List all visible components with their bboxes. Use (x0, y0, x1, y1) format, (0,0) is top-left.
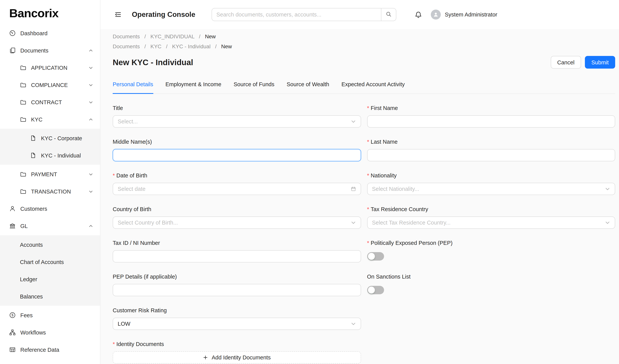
sidebar-item-gl[interactable]: GL (0, 218, 100, 234)
middle-name-input[interactable] (113, 149, 361, 161)
sidebar-item-balances[interactable]: Balances (0, 289, 100, 304)
global-search (211, 8, 396, 21)
sidebar-item-compliance[interactable]: COMPLIANCE (0, 77, 100, 93)
sidebar-item-label: Reference Data (20, 347, 59, 353)
pep-details-input[interactable] (113, 284, 361, 296)
sidebar-item-contract[interactable]: CONTRACT (0, 94, 100, 110)
gl-submenu: Accounts Chart of Accounts Ledger Balanc… (0, 235, 100, 306)
chevron-down-icon (88, 189, 93, 194)
search-button[interactable] (381, 8, 396, 21)
breadcrumb-link[interactable]: Documents (113, 43, 140, 49)
chevron-down-icon (88, 100, 93, 104)
select-placeholder: Select Country of Birth... (118, 220, 178, 226)
folder-icon (20, 171, 27, 177)
tab-source-of-wealth[interactable]: Source of Wealth (287, 80, 329, 94)
field-label: *First Name (367, 104, 615, 112)
field-customer-risk-rating: Customer Risk Rating LOW (113, 306, 361, 330)
tab-expected-account-activity[interactable]: Expected Account Activity (341, 80, 405, 94)
spacer (367, 340, 615, 364)
breadcrumb-separator: / (144, 43, 146, 49)
breadcrumb-link[interactable]: KYC - Individual (172, 43, 211, 49)
sidebar-item-label: KYC (31, 116, 42, 122)
tax-residence-country-select[interactable]: Select Tax Residence Country... (367, 216, 615, 229)
breadcrumb-current: New (205, 33, 216, 40)
folder-icon (20, 64, 27, 71)
sidebar-item-label: Balances (20, 293, 43, 299)
sidebar-item-my-tasks[interactable]: My Tasks (0, 359, 100, 364)
breadcrumb-line-1: Documents / KYC_INDIVIDUAL / New (113, 31, 615, 41)
sidebar-item-chart-of-accounts[interactable]: Chart of Accounts (0, 254, 100, 270)
cancel-button[interactable]: Cancel (550, 56, 581, 69)
country-of-birth-select[interactable]: Select Country of Birth... (113, 216, 361, 229)
field-label: *Tax Residence Country (367, 205, 615, 213)
sidebar-item-customers[interactable]: Customers (0, 201, 100, 216)
calendar-icon (351, 186, 356, 192)
sidebar-item-application[interactable]: APPLICATION (0, 60, 100, 75)
field-first-name: *First Name (367, 104, 615, 127)
customer-risk-rating-select[interactable]: LOW (113, 318, 361, 330)
kyc-form: Title Select... *First Name Middle Name(… (113, 104, 615, 364)
field-label: Tax ID / NI Number (113, 239, 361, 247)
sidebar-item-label: Chart of Accounts (20, 259, 64, 265)
tax-id-input[interactable] (113, 250, 361, 263)
sidebar-item-payment[interactable]: PAYMENT (0, 166, 100, 182)
sidebar-item-label: GL (20, 223, 28, 229)
add-identity-documents-label: Add Identity Documents (212, 354, 271, 361)
sidebar-item-kyc-corporate[interactable]: KYC - Corporate (0, 130, 100, 146)
plus-icon (203, 355, 208, 360)
sidebar-item-reference-data[interactable]: Reference Data (0, 342, 100, 357)
spacer (367, 306, 615, 340)
user-menu[interactable]: System Administrator (431, 10, 497, 20)
nationality-select[interactable]: Select Nationality... (367, 183, 615, 195)
form-tabs: Personal Details Employment & Income Sou… (113, 80, 615, 94)
first-name-input[interactable] (367, 115, 615, 127)
sidebar-item-label: TRANSACTION (31, 188, 71, 195)
sidebar-item-workflows[interactable]: Workflows (0, 324, 100, 340)
field-tax-id: Tax ID / NI Number (113, 239, 361, 263)
kyc-submenu: KYC - Corporate KYC - Individual (0, 129, 100, 165)
sidebar-item-label: Accounts (20, 242, 43, 248)
submit-button[interactable]: Submit (585, 56, 615, 69)
field-tax-residence-country: *Tax Residence Country Select Tax Reside… (367, 205, 615, 229)
date-of-birth-picker[interactable]: Select date (113, 183, 361, 195)
breadcrumb-link[interactable]: Documents (113, 33, 140, 40)
chevron-down-icon (605, 220, 610, 225)
pep-toggle[interactable] (367, 252, 384, 261)
search-input[interactable] (211, 8, 381, 21)
app-root: Bancorix Dashboard Documents APPLICATION (0, 0, 619, 364)
breadcrumb-link[interactable]: KYC_INDIVIDUAL (150, 33, 194, 40)
chevron-down-icon (88, 172, 93, 176)
tab-employment-income[interactable]: Employment & Income (165, 80, 221, 94)
toggle-knob (368, 253, 375, 260)
tab-personal-details[interactable]: Personal Details (113, 80, 153, 94)
chevron-down-icon (605, 186, 610, 192)
sidebar-item-label: KYC - Individual (41, 152, 81, 158)
sidebar-item-ledger[interactable]: Ledger (0, 271, 100, 287)
sidebar-item-accounts[interactable]: Accounts (0, 237, 100, 252)
field-nationality: *Nationality Select Nationality... (367, 171, 615, 195)
breadcrumb-link[interactable]: KYC (150, 43, 162, 49)
folder-icon (20, 99, 27, 105)
tab-source-of-funds[interactable]: Source of Funds (234, 80, 274, 94)
add-identity-documents-button[interactable]: Add Identity Documents (113, 351, 361, 364)
required-marker: * (367, 105, 369, 111)
sidebar-item-kyc-individual[interactable]: KYC - Individual (0, 148, 100, 163)
top-header: Operating Console System Administrator (100, 0, 619, 29)
menu-fold-icon[interactable] (114, 11, 122, 18)
app-title: Operating Console (132, 10, 195, 19)
notifications-bell-icon[interactable] (415, 11, 422, 18)
sidebar-item-dashboard[interactable]: Dashboard (0, 25, 100, 41)
sidebar-item-label: Documents (20, 47, 48, 54)
last-name-input[interactable] (367, 149, 615, 161)
select-placeholder: Select Tax Residence Country... (372, 220, 450, 226)
title-select[interactable]: Select... (113, 115, 361, 127)
field-label: On Sanctions List (367, 272, 615, 281)
sidebar-item-label: Customers (20, 206, 47, 212)
sidebar-item-kyc[interactable]: KYC (0, 112, 100, 127)
sidebar-item-documents[interactable]: Documents (0, 42, 100, 58)
sidebar-item-fees[interactable]: $ Fees (0, 307, 100, 323)
sidebar-item-transaction[interactable]: TRANSACTION (0, 183, 100, 199)
date-placeholder: Select date (118, 186, 145, 192)
sanctions-toggle[interactable] (367, 286, 384, 294)
chevron-down-icon (88, 83, 93, 87)
